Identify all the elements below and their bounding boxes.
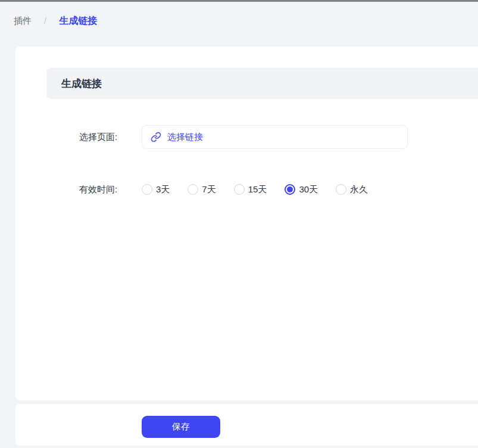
radio-circle — [188, 184, 198, 195]
generate-link-page: 插件 / 生成链接 生成链接 选择页面: 选择链接 有效时间: — [0, 0, 478, 448]
radio-option-forever[interactable]: 永久 — [336, 184, 368, 195]
radio-option-7-days[interactable]: 7天 — [188, 184, 215, 195]
select-link-field[interactable]: 选择链接 — [142, 125, 408, 149]
card-header: 生成链接 — [46, 68, 478, 99]
footer-action-bar: 保存 — [15, 404, 478, 446]
form-row-validity: 有效时间: 3天 7天 15天 30天 — [79, 178, 368, 201]
save-button[interactable]: 保存 — [142, 416, 220, 438]
breadcrumb-item-plugins[interactable]: 插件 — [14, 14, 32, 27]
radio-label: 15天 — [248, 184, 267, 195]
window-top-border — [0, 0, 478, 2]
radio-label: 3天 — [156, 184, 170, 195]
breadcrumb-separator: / — [44, 14, 46, 27]
radio-circle — [142, 184, 152, 195]
breadcrumb-item-generate-link: 生成链接 — [59, 14, 97, 27]
card-title: 生成链接 — [61, 77, 102, 91]
radio-label: 7天 — [202, 184, 215, 195]
radio-circle — [234, 184, 245, 195]
link-icon — [151, 132, 161, 142]
generate-link-card: 生成链接 选择页面: 选择链接 有效时间: 3天 — [15, 46, 478, 400]
breadcrumb: 插件 / 生成链接 — [14, 14, 97, 27]
radio-label: 永久 — [350, 184, 368, 195]
radio-option-30-days[interactable]: 30天 — [285, 184, 318, 195]
select-page-label: 选择页面: — [79, 132, 136, 143]
radio-option-15-days[interactable]: 15天 — [234, 184, 267, 195]
radio-option-3-days[interactable]: 3天 — [142, 184, 170, 195]
radio-label: 30天 — [299, 184, 318, 195]
form-row-select-page: 选择页面: 选择链接 — [79, 125, 408, 149]
radio-circle — [336, 184, 346, 195]
validity-label: 有效时间: — [79, 184, 136, 195]
validity-radio-group: 3天 7天 15天 30天 永久 — [142, 184, 368, 195]
radio-circle — [285, 184, 295, 195]
select-link-placeholder: 选择链接 — [167, 132, 203, 143]
